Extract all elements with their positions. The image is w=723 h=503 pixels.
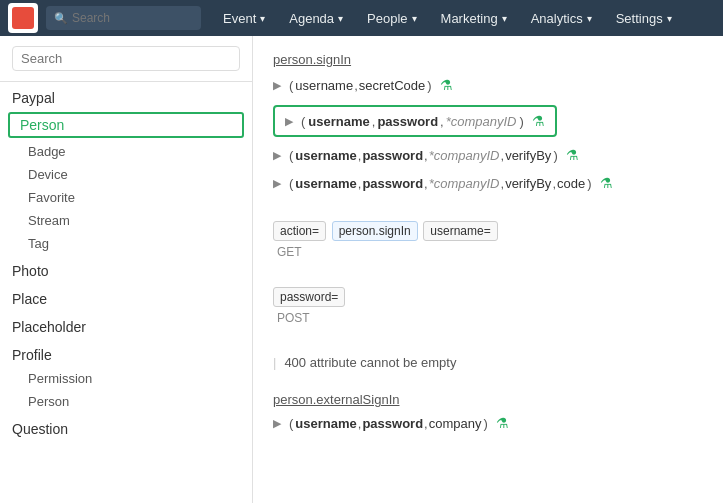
chevron-down-icon: ▾ <box>338 13 343 24</box>
nav-search-input[interactable] <box>72 11 193 25</box>
nav-item-people[interactable]: People ▾ <box>357 0 426 36</box>
sidebar-sub-item-favorite[interactable]: Favorite <box>0 186 252 209</box>
top-nav: 🔍 Event ▾ Agenda ▾ People ▾ Marketing ▾ … <box>0 0 723 36</box>
method-row-5[interactable]: ▶ ( username , password , company ) ⚗ <box>273 415 703 431</box>
expand-icon-1: ▶ <box>273 79 281 92</box>
method-row-4[interactable]: ▶ ( username , password , *companyID , v… <box>273 175 703 191</box>
body-params-section: password= POST <box>273 287 703 325</box>
sidebar-sub-item-tag[interactable]: Tag <box>0 232 252 255</box>
sidebar: Paypal Person Badge Device Favorite Stre… <box>0 36 253 503</box>
db-icon-5: ⚗ <box>496 415 509 431</box>
sidebar-sub-item-person-under-profile[interactable]: Person <box>0 390 252 413</box>
nav-item-settings[interactable]: Settings ▾ <box>606 0 682 36</box>
chevron-down-icon: ▾ <box>587 13 592 24</box>
chevron-down-icon: ▾ <box>412 13 417 24</box>
sidebar-search-area <box>0 36 252 82</box>
method-row-2-highlighted[interactable]: ▶ ( username , password , *companyID ) ⚗ <box>273 105 557 137</box>
db-icon-2: ⚗ <box>532 113 545 129</box>
expand-icon-4: ▶ <box>273 177 281 190</box>
expand-icon-5: ▶ <box>273 417 281 430</box>
nav-item-analytics[interactable]: Analytics ▾ <box>521 0 602 36</box>
api-link-person-signin[interactable]: person.signIn <box>273 52 703 67</box>
param-tag-action[interactable]: action= <box>273 221 326 241</box>
api-link-person-external-signin[interactable]: person.externalSignIn <box>273 392 703 407</box>
param-tag-person-signin[interactable]: person.signIn <box>332 221 418 241</box>
sidebar-sub-item-device[interactable]: Device <box>0 163 252 186</box>
pipe-divider: | <box>273 355 276 370</box>
sidebar-sub-item-stream[interactable]: Stream <box>0 209 252 232</box>
nav-item-event[interactable]: Event ▾ <box>213 0 275 36</box>
method-row-1[interactable]: ▶ ( username , secretCode ) ⚗ <box>273 77 703 93</box>
nav-item-agenda[interactable]: Agenda ▾ <box>279 0 353 36</box>
error-message: 400 attribute cannot be empty <box>284 355 456 370</box>
db-icon-4: ⚗ <box>600 175 613 191</box>
error-row: | 400 attribute cannot be empty <box>273 355 703 370</box>
app-layout: Paypal Person Badge Device Favorite Stre… <box>0 36 723 503</box>
sidebar-item-place[interactable]: Place <box>0 283 252 311</box>
chevron-down-icon: ▾ <box>667 13 672 24</box>
sidebar-item-photo[interactable]: Photo <box>0 255 252 283</box>
sidebar-sub-item-badge[interactable]: Badge <box>0 140 252 163</box>
search-icon: 🔍 <box>54 12 68 25</box>
sidebar-item-paypal[interactable]: Paypal <box>0 82 252 110</box>
sidebar-item-profile[interactable]: Profile <box>0 339 252 367</box>
http-method-get: GET <box>273 245 703 259</box>
sidebar-search-input[interactable] <box>12 46 240 71</box>
param-tag-password[interactable]: password= <box>273 287 345 307</box>
http-method-post: POST <box>273 311 703 325</box>
sidebar-item-question[interactable]: Question <box>0 413 252 441</box>
nav-search-box[interactable]: 🔍 <box>46 6 201 30</box>
chevron-down-icon: ▾ <box>260 13 265 24</box>
param-tag-username[interactable]: username= <box>423 221 497 241</box>
sidebar-item-person[interactable]: Person <box>8 112 244 138</box>
db-icon-1: ⚗ <box>440 77 453 93</box>
db-icon-3: ⚗ <box>566 147 579 163</box>
sidebar-item-placeholder[interactable]: Placeholder <box>0 311 252 339</box>
app-logo[interactable] <box>8 3 38 33</box>
expand-icon-3: ▶ <box>273 149 281 162</box>
nav-item-marketing[interactable]: Marketing ▾ <box>431 0 517 36</box>
expand-icon-2: ▶ <box>285 115 293 128</box>
chevron-down-icon: ▾ <box>502 13 507 24</box>
main-content: person.signIn ▶ ( username , secretCode … <box>253 36 723 503</box>
query-params-section: action= person.signIn username= GET <box>273 221 703 259</box>
sidebar-sub-item-permission[interactable]: Permission <box>0 367 252 390</box>
method-row-3[interactable]: ▶ ( username , password , *companyID , v… <box>273 147 703 163</box>
